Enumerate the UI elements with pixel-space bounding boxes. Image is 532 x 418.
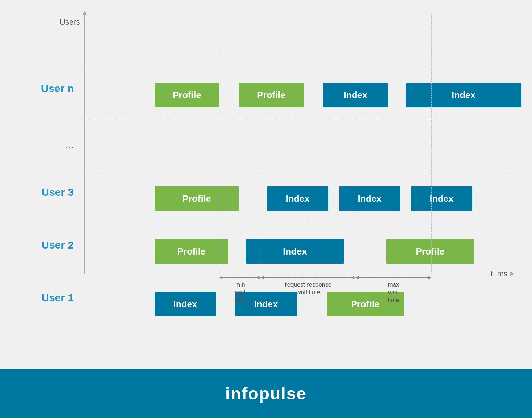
block-user-n-index-2: Index bbox=[406, 83, 521, 107]
block-user-n-profile-2: Profile bbox=[239, 83, 304, 107]
block-user-3-index-2: Index bbox=[339, 186, 400, 211]
ref-line-1 bbox=[219, 14, 220, 274]
user-2-label: User 2 bbox=[21, 239, 81, 251]
block-user-3-index-3: Index bbox=[411, 186, 472, 211]
brand-name: infopulse bbox=[225, 384, 307, 403]
request-response-label: request-responsewait time bbox=[261, 281, 356, 296]
block-user-3-index-1: Index bbox=[267, 186, 328, 211]
chart-container: Users t, ms User n ... User 3 User 2 Use… bbox=[21, 14, 511, 316]
annotation-max-wait: maxwaittime bbox=[356, 276, 431, 304]
divider-user3 bbox=[84, 221, 511, 221]
divider-user2 bbox=[84, 273, 511, 273]
block-user-2-profile-2: Profile bbox=[386, 239, 474, 264]
block-user-2-index: Index bbox=[246, 239, 344, 264]
block-user-3-profile: Profile bbox=[155, 186, 239, 211]
user-1-label: User 1 bbox=[21, 292, 81, 304]
block-user-n-profile-1: Profile bbox=[155, 83, 219, 107]
min-wait-label: minwaittime bbox=[219, 281, 261, 304]
divider-top bbox=[84, 66, 511, 66]
user-n-label: User n bbox=[21, 83, 81, 95]
annotation-request-response: request-responsewait time bbox=[261, 276, 356, 296]
ref-line-3 bbox=[356, 14, 356, 274]
user-3-label: User 3 bbox=[21, 186, 81, 198]
divider-user-n bbox=[84, 119, 511, 119]
divider-dots bbox=[84, 169, 511, 169]
annotations: minwaittime request-responsewait time bbox=[84, 274, 511, 313]
main-content: Users t, ms User n ... User 3 User 2 Use… bbox=[0, 0, 532, 369]
annotation-min-wait: minwaittime bbox=[219, 276, 261, 304]
dots-label: ... bbox=[21, 139, 81, 150]
max-wait-label: maxwaittime bbox=[356, 281, 431, 304]
ref-line-2 bbox=[261, 14, 262, 274]
ref-line-4 bbox=[431, 14, 432, 274]
dots-row: ... bbox=[21, 139, 511, 150]
block-user-2-profile-1: Profile bbox=[155, 239, 228, 264]
footer: infopulse bbox=[0, 369, 532, 418]
y-axis-label: Users bbox=[60, 18, 80, 27]
